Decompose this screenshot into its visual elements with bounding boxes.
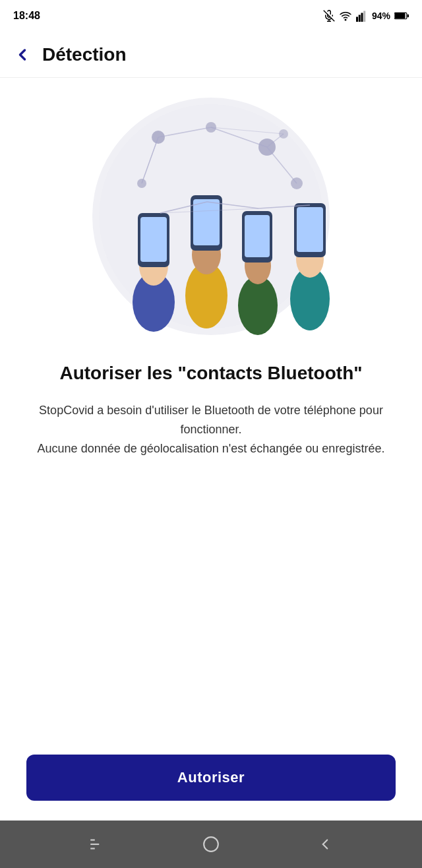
- battery-icon: [394, 12, 409, 20]
- authorize-button[interactable]: Autoriser: [26, 755, 396, 801]
- nav-back-button[interactable]: [316, 836, 334, 853]
- svg-rect-9: [395, 13, 406, 18]
- page-title: Détection: [42, 44, 127, 65]
- illustration-area: [92, 98, 330, 335]
- svg-rect-6: [361, 13, 363, 22]
- svg-rect-32: [193, 199, 220, 245]
- wifi-icon: [339, 10, 352, 22]
- svg-rect-7: [363, 11, 365, 22]
- svg-point-33: [238, 276, 278, 335]
- status-bar: 18:48 94%: [0, 0, 422, 32]
- mute-icon: [323, 10, 335, 22]
- battery-text: 94%: [372, 11, 390, 21]
- main-body: StopCovid a besoin d'utiliser le Bluetoo…: [26, 401, 396, 458]
- main-heading: Autoriser les "contacts Bluetooth": [26, 361, 396, 385]
- bottom-area: Autoriser: [0, 741, 422, 821]
- svg-rect-10: [407, 15, 409, 18]
- bluetooth-illustration: [92, 98, 330, 335]
- svg-rect-5: [359, 15, 361, 22]
- svg-rect-28: [140, 217, 167, 262]
- status-time: 18:48: [13, 10, 40, 22]
- text-section: Autoriser les "contacts Bluetooth" StopC…: [26, 361, 396, 741]
- status-icons: 94%: [323, 10, 409, 22]
- svg-rect-4: [356, 17, 358, 22]
- signal-icon: [356, 10, 368, 22]
- nav-home-button[interactable]: [202, 836, 220, 853]
- nav-bar: [0, 821, 422, 868]
- main-content: Autoriser les "contacts Bluetooth" StopC…: [0, 78, 422, 741]
- svg-rect-36: [245, 215, 270, 257]
- back-button[interactable]: [13, 46, 32, 64]
- svg-rect-40: [297, 207, 323, 252]
- top-bar: Détection: [0, 32, 422, 78]
- svg-point-3: [345, 19, 346, 20]
- nav-recents-button[interactable]: [88, 836, 106, 853]
- svg-point-48: [204, 837, 218, 852]
